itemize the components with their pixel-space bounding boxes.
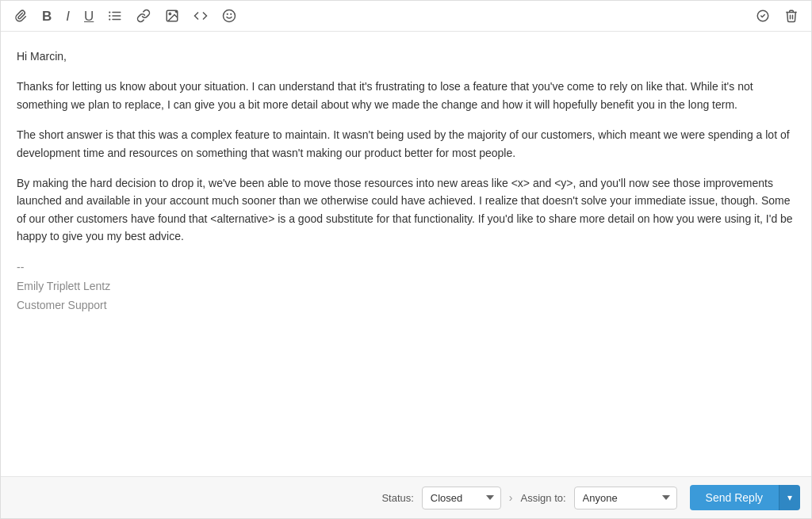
greeting: Hi Marcin,	[17, 48, 795, 65]
emoji-button[interactable]	[220, 7, 238, 25]
assign-select[interactable]: Anyone Me Unassigned	[574, 487, 677, 509]
underline-icon: U	[84, 10, 94, 23]
bold-button[interactable]: B	[40, 8, 53, 25]
code-button[interactable]	[192, 7, 209, 25]
paragraph-1: Thanks for letting us know about your si…	[17, 78, 795, 113]
send-reply-dropdown-button[interactable]: ▾	[779, 485, 800, 510]
toolbar-left: B I U	[12, 7, 741, 25]
footer-bar: Status: Open Closed Pending › Assign to:…	[1, 476, 811, 518]
svg-point-7	[170, 13, 171, 14]
delete-button[interactable]	[783, 7, 800, 25]
signature-name: Emily Triplett Lentz	[17, 277, 795, 295]
list-button[interactable]	[106, 7, 124, 25]
resolve-button[interactable]	[754, 7, 772, 25]
status-select[interactable]: Open Closed Pending	[422, 487, 501, 509]
dropdown-arrow-icon: ▾	[787, 492, 792, 503]
email-editor: B I U	[0, 0, 812, 519]
send-reply-group: Send Reply ▾	[690, 485, 800, 510]
image-button[interactable]	[163, 7, 181, 25]
arrow-icon: ›	[509, 491, 513, 504]
italic-button[interactable]: I	[64, 8, 71, 25]
paragraph-3: By making the hard decision to drop it, …	[17, 174, 795, 246]
attachment-icon[interactable]	[12, 7, 29, 25]
send-reply-button[interactable]: Send Reply	[690, 485, 779, 510]
svg-point-9	[224, 10, 236, 22]
status-label: Status:	[381, 492, 413, 504]
link-button[interactable]	[135, 7, 152, 25]
editor-content[interactable]: Hi Marcin, Thanks for letting us know ab…	[1, 32, 811, 476]
underline-button[interactable]: U	[82, 8, 95, 25]
bold-icon: B	[42, 10, 52, 23]
editor-toolbar: B I U	[1, 1, 811, 32]
paragraph-2: The short answer is that this was a comp…	[17, 126, 795, 162]
toolbar-right	[754, 7, 800, 25]
assign-label: Assign to:	[521, 492, 566, 504]
signature-role: Customer Support	[17, 296, 795, 314]
italic-icon: I	[66, 10, 70, 23]
signature: -- Emily Triplett Lentz Customer Support	[17, 258, 795, 315]
signature-separator: --	[17, 258, 795, 276]
